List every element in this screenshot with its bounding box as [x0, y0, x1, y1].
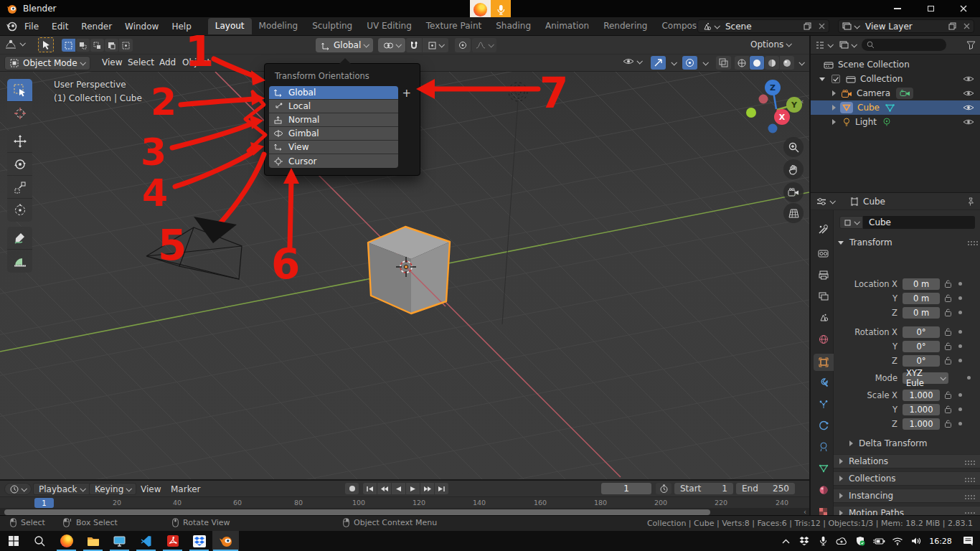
tab-tool[interactable] [813, 220, 834, 237]
tool-measure[interactable] [7, 250, 32, 273]
rotation-mode-dropdown[interactable]: XYZ Eule [903, 372, 948, 384]
shading-solid-button[interactable] [750, 56, 764, 70]
mode-dropdown[interactable]: Object Mode [4, 56, 90, 70]
lock-icon[interactable] [945, 357, 952, 364]
microphone-overlay[interactable] [491, 0, 511, 19]
animate-dot[interactable] [958, 311, 962, 314]
proportional-falloff-dropdown[interactable] [472, 38, 496, 52]
snap-toggle-button[interactable] [406, 38, 422, 52]
expand-icon[interactable] [832, 105, 836, 110]
pin-icon[interactable] [966, 197, 974, 206]
timeline-editor-type-button[interactable] [4, 483, 32, 495]
taskbar-firefox[interactable] [53, 531, 80, 551]
taskbar-file-explorer[interactable] [80, 531, 106, 551]
tray-wifi-icon[interactable] [888, 531, 907, 551]
start-button[interactable] [0, 531, 27, 551]
outliner-filter-button[interactable] [966, 41, 976, 50]
window-minimize-button[interactable] [881, 0, 914, 17]
animate-dot[interactable] [958, 408, 962, 411]
tab-scene[interactable] [813, 309, 834, 326]
zoom-button[interactable] [783, 137, 804, 157]
frame-start-input[interactable]: Start1 [674, 483, 733, 494]
navigation-gizmo[interactable]: Z Y X [743, 79, 807, 143]
orientation-item-gimbal[interactable]: Gimbal [269, 127, 398, 141]
taskbar-search-button[interactable] [27, 531, 53, 551]
animate-dot[interactable] [958, 344, 962, 348]
menu-window[interactable]: Window [118, 22, 165, 32]
tool-cursor[interactable] [7, 102, 32, 125]
tray-onedrive-icon[interactable] [832, 531, 851, 551]
animate-dot[interactable] [958, 422, 962, 425]
select-mode-intersect-button[interactable] [119, 39, 133, 52]
tab-sculpting[interactable]: Sculpting [305, 18, 359, 34]
lock-icon[interactable] [945, 391, 952, 399]
use-preview-range-button[interactable] [656, 483, 672, 494]
scale-y-input[interactable]: 1.000 [903, 404, 940, 415]
orientation-item-global[interactable]: Global [269, 86, 398, 100]
orientation-item-view[interactable]: View [269, 141, 398, 154]
menu-help[interactable]: Help [165, 22, 197, 32]
playback-menu[interactable]: Playback [33, 483, 90, 495]
jump-to-end-button[interactable] [435, 483, 448, 494]
select-mode-new-button[interactable] [62, 39, 75, 52]
tab-physics[interactable] [813, 417, 834, 434]
lock-icon[interactable] [945, 294, 952, 302]
playhead[interactable]: 1 [34, 498, 54, 508]
scene-name[interactable]: Scene [722, 22, 800, 32]
animate-dot[interactable] [958, 296, 962, 300]
add-orientation-button[interactable]: + [402, 87, 411, 100]
tool-annotate[interactable] [7, 227, 32, 250]
hide-toggle-eye-icon[interactable] [963, 75, 974, 83]
jump-to-next-keyframe-button[interactable] [420, 483, 434, 494]
tray-security-icon[interactable] [851, 531, 870, 551]
animate-dot[interactable] [958, 282, 962, 286]
location-z-input[interactable]: 0 m [903, 307, 940, 319]
delta-transform-header[interactable]: Delta Transform [849, 438, 928, 448]
orientation-item-local[interactable]: Local [269, 100, 398, 113]
overlays-toggle-button[interactable] [682, 56, 697, 70]
animate-dot[interactable] [967, 376, 971, 380]
tab-layout[interactable]: Layout [208, 18, 252, 34]
taskbar-vscode[interactable] [133, 531, 159, 551]
firefox-overlay[interactable] [470, 0, 491, 19]
tool-rotate[interactable] [7, 153, 32, 176]
camera-data-icon[interactable] [896, 88, 913, 99]
animate-dot[interactable] [958, 359, 962, 362]
snap-target-dropdown[interactable] [423, 38, 448, 52]
object-name-field[interactable]: Cube [863, 216, 975, 229]
view-layer-browse-button[interactable] [839, 20, 862, 32]
scene-browse-button[interactable] [698, 20, 722, 32]
action-center-icon[interactable] [956, 531, 980, 551]
tab-object[interactable] [814, 354, 834, 371]
lock-icon[interactable] [945, 342, 952, 350]
light-data-icon[interactable] [882, 118, 891, 126]
tab-shading[interactable]: Shading [489, 18, 538, 34]
animate-dot[interactable] [958, 330, 962, 334]
tab-particles[interactable] [813, 395, 834, 413]
outliner-row-light[interactable]: Light [811, 115, 980, 129]
tray-microphone-icon[interactable] [814, 531, 832, 551]
outliner-editor-type-button[interactable] [815, 41, 832, 50]
properties-editor-type-button[interactable] [816, 197, 834, 206]
lock-icon[interactable] [945, 420, 952, 428]
outliner-display-mode-button[interactable] [839, 41, 856, 49]
shading-material-button[interactable] [765, 56, 779, 70]
taskbar-this-pc[interactable] [106, 531, 133, 551]
lock-icon[interactable] [945, 280, 952, 288]
timeline-view-menu[interactable]: View [141, 484, 161, 494]
location-x-input[interactable]: 0 m [903, 278, 940, 290]
shading-rendered-button[interactable] [780, 56, 794, 70]
auto-key-button[interactable] [345, 483, 359, 494]
lock-icon[interactable] [945, 405, 952, 413]
shading-wireframe-button[interactable] [735, 56, 749, 70]
tab-modifiers[interactable] [813, 374, 834, 391]
scale-z-input[interactable]: 1.000 [903, 418, 940, 430]
tray-chevron-icon[interactable] [776, 531, 795, 551]
outliner-search-input[interactable] [862, 39, 946, 51]
play-reverse-button[interactable] [392, 483, 405, 494]
menu-render[interactable]: Render [75, 22, 118, 32]
jump-to-prev-keyframe-button[interactable] [377, 483, 391, 494]
pivot-point-dropdown[interactable] [378, 38, 405, 52]
expand-icon[interactable] [832, 119, 836, 125]
outliner-row-camera[interactable]: Camera [811, 86, 980, 100]
